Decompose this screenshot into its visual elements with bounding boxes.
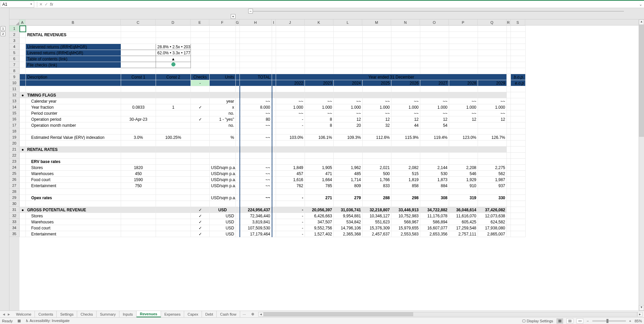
formula-expand-icon[interactable]: ⌄ [637, 2, 644, 7]
display-settings-button[interactable]: 🖵 Display Settings [522, 319, 553, 323]
row-header-5[interactable]: 5 [9, 50, 19, 56]
row-header-12[interactable]: 12 [9, 92, 19, 98]
zoom-slider[interactable] [592, 320, 626, 322]
toc-link[interactable]: Table of contents (link) [26, 56, 121, 62]
row-header-21[interactable]: 21 [9, 146, 19, 152]
tab-inputs[interactable]: Inputs [119, 311, 137, 317]
tab-more-icon[interactable]: ··· [240, 312, 249, 316]
row-header-25[interactable]: 25 [9, 170, 19, 176]
cancel-formula-icon[interactable]: ✕ [39, 2, 43, 7]
row-header-28[interactable]: 28 [9, 188, 19, 195]
tab-debt[interactable]: Debt [202, 311, 217, 317]
col-header-B[interactable]: B [25, 19, 121, 25]
row-header-33[interactable]: 33 [9, 219, 19, 225]
col-header-I[interactable]: I [272, 19, 276, 25]
horizontal-scrollbar[interactable]: ◄ ► [257, 312, 644, 317]
col-header-P[interactable]: P [449, 19, 478, 25]
row-header-4[interactable]: 4 [9, 44, 19, 50]
row-header-1[interactable]: 1 [9, 25, 19, 32]
col-header-J[interactable]: J [276, 19, 305, 25]
col-header-K[interactable]: K [305, 19, 333, 25]
accept-formula-icon[interactable]: ✓ [45, 2, 48, 7]
outline-collapse-icon[interactable]: − [248, 9, 253, 13]
scroll-track[interactable] [639, 25, 644, 305]
hscroll-left-icon[interactable]: ◄ [258, 312, 264, 317]
formula-input[interactable] [55, 1, 637, 8]
zoom-level[interactable]: 85% [635, 319, 642, 323]
cell-A1[interactable] [20, 26, 26, 32]
col-header-G[interactable]: G [235, 19, 239, 25]
row-header-8[interactable]: 8 [9, 68, 19, 74]
tab-checks[interactable]: Checks [77, 311, 97, 317]
file-checks-link[interactable]: File checks (link) [26, 62, 121, 68]
view-normal-icon[interactable]: ▦ [556, 318, 563, 324]
row-header-34[interactable]: 34 [9, 225, 19, 231]
col-header-H[interactable]: H [239, 19, 272, 25]
row-header-7[interactable]: 7 [9, 62, 19, 68]
view-page-layout-icon[interactable]: ▤ [567, 318, 573, 324]
row-header-29[interactable]: 29 [9, 195, 19, 201]
tab-contents[interactable]: Contents [35, 311, 57, 317]
tab-settings[interactable]: Settings [57, 311, 77, 317]
row-header-14[interactable]: 14 [9, 104, 19, 110]
row-header-24[interactable]: 24 [9, 164, 19, 170]
row-header-9[interactable]: 9 [9, 74, 19, 80]
col-header-R[interactable]: R [506, 19, 511, 25]
accessibility-status[interactable]: ♿︎ Accessibility: Investigate [25, 319, 70, 323]
row-header-10[interactable]: 10 [9, 80, 19, 86]
col-header-L[interactable]: L [333, 19, 362, 25]
toc-up-icon[interactable]: ▲ [156, 56, 191, 62]
row-header-6[interactable]: 6 [9, 56, 19, 62]
row-header-20[interactable]: 20 [9, 140, 19, 146]
col-header-O[interactable]: O [420, 19, 449, 25]
row-header-13[interactable]: 13 [9, 98, 19, 104]
tab-summary[interactable]: Summary [97, 311, 119, 317]
col-header-M[interactable]: M [362, 19, 391, 25]
row-header-27[interactable]: 27 [9, 182, 19, 188]
name-box[interactable]: A1 ▼ [1, 1, 34, 8]
select-all-corner[interactable] [9, 19, 19, 25]
fx-icon[interactable]: fx [50, 2, 53, 7]
row-header-18[interactable]: 18 [9, 128, 19, 134]
outline-level-1[interactable]: 1 [1, 26, 5, 31]
col-header-E[interactable]: E [191, 19, 209, 25]
zoom-in-icon[interactable]: + [629, 319, 631, 323]
col-header-S[interactable]: S [511, 19, 525, 25]
tab-cash-flow[interactable]: Cash flow [217, 311, 240, 317]
col-header-N[interactable]: N [391, 19, 420, 25]
view-page-break-icon[interactable]: ▭ [577, 318, 583, 324]
macro-record-icon[interactable]: ▦ [17, 319, 21, 323]
tab-expenses[interactable]: Expenses [161, 311, 184, 317]
spreadsheet-grid[interactable]: RENTAL REVENUESUnlevered returns (IRR•Eq… [19, 25, 526, 237]
hscroll-right-icon[interactable]: ► [637, 312, 643, 317]
row-header-16[interactable]: 16 [9, 116, 19, 122]
row-header-35[interactable]: 35 [9, 231, 19, 237]
outline-expand-icon[interactable]: + [231, 14, 235, 19]
row-header-15[interactable]: 15 [9, 110, 19, 116]
tab-nav-prev-icon[interactable]: ◄ [2, 312, 6, 316]
vertical-scrollbar[interactable]: ▲ ▼ [639, 19, 644, 311]
row-header-22[interactable]: 22 [9, 152, 19, 158]
row-header-17[interactable]: 17 [9, 122, 19, 128]
row-header-31[interactable]: 31 [9, 207, 19, 213]
row-header-19[interactable]: 19 [9, 134, 19, 140]
tab-welcome[interactable]: Welcome [13, 311, 35, 317]
outline-level-2[interactable]: 2 [1, 32, 5, 36]
name-box-dropdown-icon[interactable]: ▼ [30, 3, 33, 6]
row-header-30[interactable]: 30 [9, 201, 19, 207]
row-header-2[interactable]: 2 [9, 32, 19, 38]
row-header-23[interactable]: 23 [9, 158, 19, 164]
tab-nav-next-icon[interactable]: ► [7, 312, 11, 316]
column-headers[interactable]: ABCDEFGHIJKLMNOPQRS [19, 19, 639, 25]
row-header-26[interactable]: 26 [9, 176, 19, 182]
tab-capex[interactable]: Capex [184, 311, 202, 317]
row-header-3[interactable]: 3 [9, 38, 19, 44]
col-header-D[interactable]: D [156, 19, 191, 25]
scroll-thumb[interactable] [639, 25, 644, 137]
scroll-down-icon[interactable]: ▼ [639, 305, 644, 311]
tab-revenues[interactable]: Revenues [137, 311, 161, 317]
col-header-F[interactable]: F [209, 19, 235, 25]
tab-add-icon[interactable]: ⊕ [249, 312, 257, 316]
zoom-out-icon[interactable]: − [587, 319, 589, 323]
col-header-C[interactable]: C [121, 19, 156, 25]
